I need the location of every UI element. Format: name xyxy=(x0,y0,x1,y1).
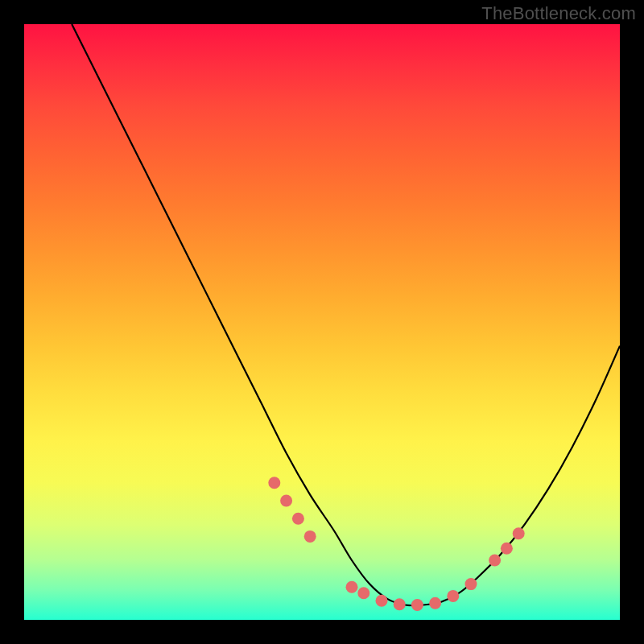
fit-point xyxy=(513,527,525,539)
chart-frame: TheBottleneck.com xyxy=(0,0,644,644)
fit-point-markers xyxy=(268,477,524,611)
fit-point xyxy=(429,597,441,609)
fit-point xyxy=(376,595,388,607)
fit-point xyxy=(411,599,423,611)
curve-layer xyxy=(24,24,620,620)
fit-point xyxy=(394,598,406,610)
fit-point xyxy=(346,581,358,593)
fit-point xyxy=(304,530,316,543)
fit-point xyxy=(447,590,459,602)
fit-point xyxy=(501,543,513,555)
fit-point xyxy=(465,578,477,590)
fit-point xyxy=(280,495,292,507)
fit-point xyxy=(357,587,369,599)
fit-point xyxy=(268,477,280,489)
bottleneck-curve-line xyxy=(72,24,620,605)
fit-point xyxy=(292,513,304,525)
watermark-text: TheBottleneck.com xyxy=(481,3,636,24)
fit-point xyxy=(489,555,501,567)
plot-area xyxy=(24,24,620,620)
